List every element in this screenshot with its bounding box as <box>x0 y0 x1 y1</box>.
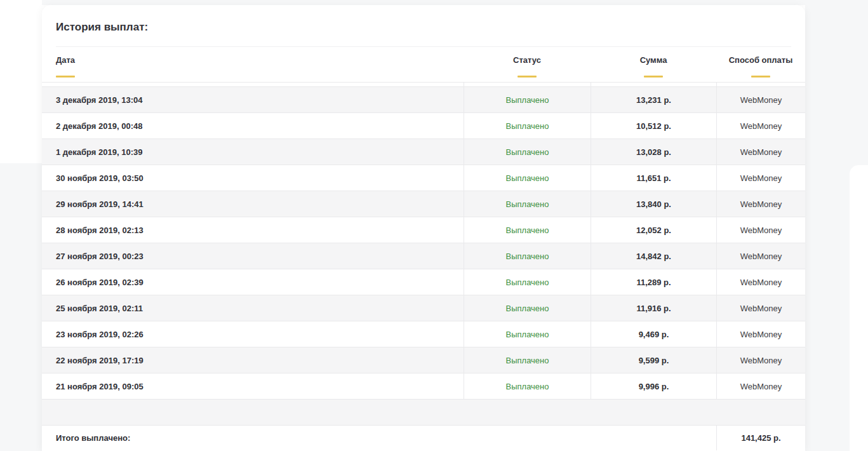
row-date: 3 декабря 2019, 13:04 <box>42 87 464 112</box>
row-status-badge: Выплачено <box>464 321 591 347</box>
clipped-row <box>42 82 805 86</box>
table-body: 3 декабря 2019, 13:04 Выплачено 13,231 р… <box>42 82 805 399</box>
row-payment-method: WebMoney <box>716 87 805 112</box>
payout-history-card: История выплат: Дата Статус Сумма Способ… <box>42 5 805 451</box>
row-status-badge: Выплачено <box>464 87 591 112</box>
row-payment-method: WebMoney <box>716 295 805 321</box>
row-date: 1 декабря 2019, 10:39 <box>42 139 464 165</box>
row-status-badge: Выплачено <box>464 295 591 321</box>
column-accent-underline <box>644 76 663 77</box>
row-status-badge: Выплачено <box>464 269 591 295</box>
row-payment-method: WebMoney <box>716 217 805 243</box>
column-header-date-label: Дата <box>42 55 464 65</box>
row-payment-method: WebMoney <box>716 113 805 138</box>
row-payment-method: WebMoney <box>716 191 805 217</box>
page-background-left <box>0 163 42 451</box>
table-row: 27 ноября 2019, 00:23 Выплачено 14,842 р… <box>42 243 805 269</box>
row-amount: 11,289 р. <box>591 269 716 295</box>
total-amount: 141,425 р. <box>716 426 805 450</box>
column-header-status-label: Статус <box>464 55 591 65</box>
row-status-badge: Выплачено <box>464 113 591 138</box>
clipped-cell <box>716 83 805 86</box>
row-date: 28 ноября 2019, 02:13 <box>42 217 464 243</box>
row-status-badge: Выплачено <box>464 165 591 191</box>
table-header-row: Дата Статус Сумма Способ оплаты <box>42 47 805 77</box>
clipped-cell <box>591 83 716 86</box>
clipped-cell <box>464 83 591 86</box>
row-payment-method: WebMoney <box>716 269 805 295</box>
row-amount: 13,028 р. <box>591 139 716 165</box>
total-label: Итого выплачено: <box>42 426 716 450</box>
table-footer-row: Итого выплачено: 141,425 р. <box>42 425 805 450</box>
column-header-date: Дата <box>42 55 464 77</box>
row-amount: 9,996 р. <box>591 374 716 399</box>
column-accent-underline <box>56 76 75 77</box>
row-status-badge: Выплачено <box>464 374 591 399</box>
table-row: 22 ноября 2019, 17:19 Выплачено 9,599 р.… <box>42 347 805 373</box>
row-date: 22 ноября 2019, 17:19 <box>42 347 464 373</box>
row-date: 30 ноября 2019, 03:50 <box>42 165 464 191</box>
table-row: 21 ноября 2019, 09:05 Выплачено 9,996 р.… <box>42 373 805 399</box>
row-amount: 9,599 р. <box>591 347 716 373</box>
column-header-amount: Сумма <box>591 55 716 77</box>
row-date: 27 ноября 2019, 00:23 <box>42 243 464 269</box>
row-amount: 9,469 р. <box>591 321 716 347</box>
row-status-badge: Выплачено <box>464 347 591 373</box>
table-row: 3 декабря 2019, 13:04 Выплачено 13,231 р… <box>42 86 805 112</box>
row-payment-method: WebMoney <box>716 139 805 165</box>
column-accent-underline <box>517 76 537 77</box>
column-accent-underline <box>751 76 770 77</box>
row-date: 26 ноября 2019, 02:39 <box>42 269 464 295</box>
row-amount: 12,052 р. <box>591 217 716 243</box>
row-payment-method: WebMoney <box>716 243 805 269</box>
column-header-amount-label: Сумма <box>591 55 716 65</box>
empty-row-band <box>42 399 805 425</box>
row-status-badge: Выплачено <box>464 243 591 269</box>
table-row: 28 ноября 2019, 02:13 Выплачено 12,052 р… <box>42 217 805 243</box>
row-amount: 11,651 р. <box>591 165 716 191</box>
row-date: 25 ноября 2019, 02:11 <box>42 295 464 321</box>
row-payment-method: WebMoney <box>716 321 805 347</box>
column-header-method-label: Способ оплаты <box>716 55 805 65</box>
row-payment-method: WebMoney <box>716 165 805 191</box>
row-amount: 13,840 р. <box>591 191 716 217</box>
row-amount: 13,231 р. <box>591 87 716 112</box>
row-status-badge: Выплачено <box>464 217 591 243</box>
column-header-status: Статус <box>464 55 591 77</box>
clipped-cell <box>42 83 464 86</box>
row-amount: 14,842 р. <box>591 243 716 269</box>
table-row: 23 ноября 2019, 02:26 Выплачено 9,469 р.… <box>42 321 805 347</box>
row-status-badge: Выплачено <box>464 191 591 217</box>
table-row: 25 ноября 2019, 02:11 Выплачено 11,916 р… <box>42 295 805 321</box>
table-row: 2 декабря 2019, 00:48 Выплачено 10,512 р… <box>42 112 805 138</box>
row-date: 21 ноября 2019, 09:05 <box>42 374 464 399</box>
row-payment-method: WebMoney <box>716 347 805 373</box>
page-background-corner <box>850 165 868 451</box>
row-status-badge: Выплачено <box>464 139 591 165</box>
row-payment-method: WebMoney <box>716 374 805 399</box>
row-amount: 10,512 р. <box>591 113 716 138</box>
table-row: 1 декабря 2019, 10:39 Выплачено 13,028 р… <box>42 138 805 165</box>
row-date: 2 декабря 2019, 00:48 <box>42 113 464 138</box>
page-background-top-strip <box>42 0 805 5</box>
table-row: 29 ноября 2019, 14:41 Выплачено 13,840 р… <box>42 191 805 217</box>
column-header-method: Способ оплаты <box>716 55 805 77</box>
row-date: 29 ноября 2019, 14:41 <box>42 191 464 217</box>
row-date: 23 ноября 2019, 02:26 <box>42 321 464 347</box>
page-title: История выплат: <box>42 5 805 34</box>
row-amount: 11,916 р. <box>591 295 716 321</box>
table-row: 30 ноября 2019, 03:50 Выплачено 11,651 р… <box>42 165 805 191</box>
table-row: 26 ноября 2019, 02:39 Выплачено 11,289 р… <box>42 269 805 295</box>
